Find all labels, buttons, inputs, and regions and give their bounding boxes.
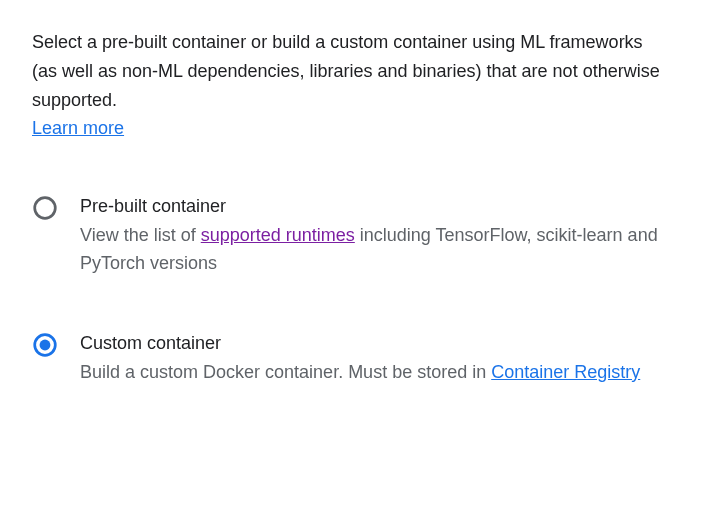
option-prebuilt: Pre-built container View the list of sup… <box>32 193 670 278</box>
option-prebuilt-desc-prefix: View the list of <box>80 225 201 245</box>
svg-point-0 <box>35 198 56 219</box>
intro-text: Select a pre-built container or build a … <box>32 32 660 110</box>
option-prebuilt-description: View the list of supported runtimes incl… <box>80 222 670 278</box>
radio-unselected-icon[interactable] <box>32 195 58 221</box>
option-custom-desc-prefix: Build a custom Docker container. Must be… <box>80 362 491 382</box>
supported-runtimes-link[interactable]: supported runtimes <box>201 225 355 245</box>
option-custom-description: Build a custom Docker container. Must be… <box>80 359 670 387</box>
container-type-radiogroup: Pre-built container View the list of sup… <box>32 193 670 387</box>
container-registry-link[interactable]: Container Registry <box>491 362 640 382</box>
learn-more-link[interactable]: Learn more <box>32 118 124 138</box>
option-prebuilt-title[interactable]: Pre-built container <box>80 193 670 220</box>
option-custom-title[interactable]: Custom container <box>80 330 670 357</box>
svg-point-2 <box>40 340 51 351</box>
option-custom: Custom container Build a custom Docker c… <box>32 330 670 387</box>
radio-selected-icon[interactable] <box>32 332 58 358</box>
